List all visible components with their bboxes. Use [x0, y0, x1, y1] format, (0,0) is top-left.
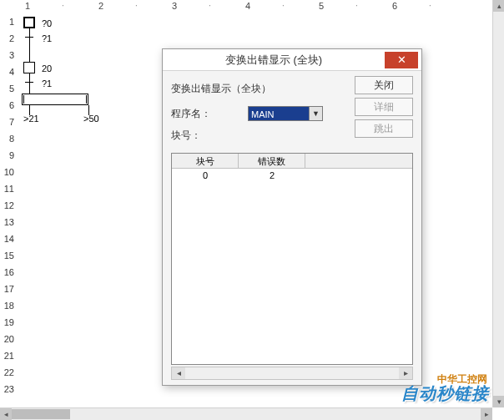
step-label: ?0 — [42, 18, 52, 28]
close-button[interactable]: 关闭 — [355, 76, 413, 94]
step-initial[interactable] — [23, 17, 35, 28]
vertical-scrollbar[interactable]: ▴ ▾ — [492, 0, 504, 407]
error-dialog: 变换出错显示 (全块) ✕ 变换出错显示（全块） 程序名： MAIN ▼ 块号：… — [162, 48, 422, 386]
watermark: 自动秒链接 — [401, 382, 489, 405]
scroll-down-button[interactable]: ▾ — [493, 396, 504, 407]
detail-button[interactable]: 详细 — [355, 98, 413, 116]
scroll-left-button[interactable]: ◂ — [172, 367, 185, 379]
block-label: 块号： — [171, 129, 248, 143]
row-numbers: 123 456 789 101112 131415 161718 192021 … — [1, 13, 16, 397]
scroll-right-button[interactable]: ▸ — [481, 408, 492, 420]
dialog-titlebar[interactable]: 变换出错显示 (全块) ✕ — [163, 49, 421, 71]
scroll-left-button[interactable]: ◂ — [0, 408, 12, 420]
dialog-title: 变换出错显示 (全块) — [163, 53, 385, 68]
step-box[interactable] — [23, 62, 35, 73]
dialog-close-button[interactable]: ✕ — [385, 52, 418, 68]
step-label: 20 — [42, 63, 52, 73]
column-errors: 错误数 — [239, 154, 305, 168]
horizontal-ruler: 1 · 2 · 3 · 4 · 5 · 6 · — [15, 0, 492, 13]
dialog-subtitle: 变换出错显示（全块） — [171, 82, 271, 96]
program-label: 程序名： — [171, 107, 248, 121]
horizontal-scrollbar[interactable]: ◂ ▸ — [0, 407, 492, 420]
jump-label: >21 — [23, 114, 39, 124]
program-dropdown[interactable]: MAIN ▼ — [248, 106, 323, 121]
table-hscrollbar[interactable]: ◂ ▸ — [171, 367, 413, 380]
chevron-down-icon[interactable]: ▼ — [309, 107, 322, 120]
transition-label: ?1 — [42, 78, 52, 89]
program-value: MAIN — [251, 109, 275, 119]
table-header: 块号 错误数 — [172, 154, 412, 169]
transition-label: ?1 — [42, 33, 52, 43]
scroll-thumb[interactable] — [12, 409, 70, 419]
column-block: 块号 — [172, 154, 239, 168]
table-row[interactable]: 0 2 — [172, 169, 412, 182]
scroll-right-button[interactable]: ▸ — [399, 367, 412, 379]
jump-button[interactable]: 跳出 — [355, 119, 413, 138]
block-box-inner — [23, 95, 87, 104]
scroll-up-button[interactable]: ▴ — [493, 0, 504, 12]
error-table[interactable]: 块号 错误数 0 2 — [171, 153, 413, 365]
jump-label: >50 — [83, 114, 99, 124]
